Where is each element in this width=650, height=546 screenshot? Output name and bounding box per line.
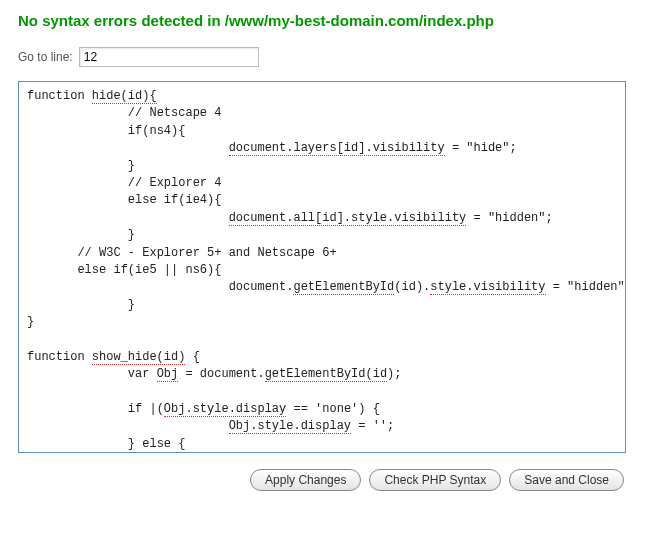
spellcheck-underline: show_hide(id) (92, 350, 186, 365)
spellcheck-underline: hide(id){ (92, 89, 157, 104)
goto-line-label: Go to line: (18, 50, 73, 64)
code-line: } (27, 297, 617, 314)
spellcheck-underline: document.all[id].style.visibility (229, 211, 467, 226)
button-row: Apply Changes Check PHP Syntax Save and … (18, 469, 632, 491)
spellcheck-underline: getElementById(id (265, 367, 387, 382)
code-line: else if(ie5 || ns6){ (27, 262, 617, 279)
spellcheck-underline: Obj (157, 367, 179, 382)
code-line: if |(Obj.style.display == 'none') { (27, 401, 617, 418)
spellcheck-underline: getElementById (293, 280, 394, 295)
code-line: // Explorer 4 (27, 175, 617, 192)
code-line (27, 384, 617, 401)
spellcheck-underline: document.layers[id].visibility (229, 141, 445, 156)
code-line: } (27, 158, 617, 175)
code-line (27, 331, 617, 348)
code-line: document.layers[id].visibility = "hide"; (27, 140, 617, 157)
code-editor[interactable]: function hide(id){ // Netscape 4 if(ns4)… (18, 81, 626, 453)
code-line: function show_hide(id) { (27, 349, 617, 366)
text-cursor: | (149, 402, 156, 416)
goto-line-input[interactable] (79, 47, 259, 67)
code-line: } else { (27, 436, 617, 453)
code-line: function hide(id){ (27, 88, 617, 105)
spellcheck-underline: Obj.style.display (229, 419, 351, 434)
code-line: Obj.style.display = ''; (27, 418, 617, 435)
code-line: // Netscape 4 (27, 105, 617, 122)
code-line: } (27, 227, 617, 244)
code-line: document.all[id].style.visibility = "hid… (27, 210, 617, 227)
spellcheck-underline: style.visibility (430, 280, 545, 295)
save-and-close-button[interactable]: Save and Close (509, 469, 624, 491)
check-php-syntax-button[interactable]: Check PHP Syntax (369, 469, 501, 491)
apply-changes-button[interactable]: Apply Changes (250, 469, 361, 491)
goto-line-row: Go to line: (18, 47, 632, 67)
code-line: else if(ie4){ (27, 192, 617, 209)
code-line: } (27, 314, 617, 331)
spellcheck-underline: Obj.style.display (164, 402, 286, 417)
code-line: var Obj = document.getElementById(id); (27, 366, 617, 383)
status-message: No syntax errors detected in /www/my-bes… (18, 12, 632, 29)
code-line: document.getElementById(id).style.visibi… (27, 279, 617, 296)
code-line: // W3C - Explorer 5+ and Netscape 6+ (27, 245, 617, 262)
code-line: if(ns4){ (27, 123, 617, 140)
